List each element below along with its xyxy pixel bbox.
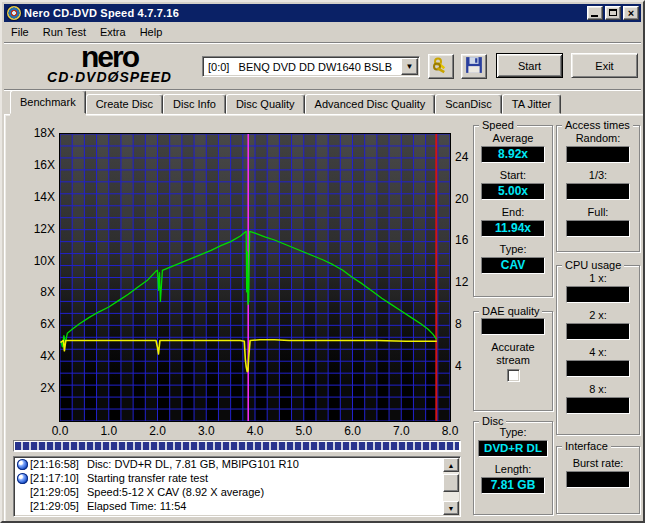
disc-type-label: Type: [474, 426, 552, 439]
menu-run-test[interactable]: Run Test [36, 24, 93, 40]
y-axis-left-label: 4X [21, 349, 55, 363]
tab-create-disc[interactable]: Create Disc [86, 94, 163, 114]
end-value: 11.94x [481, 220, 545, 237]
disc-type-value: DVD+R DL [478, 440, 548, 457]
scroll-up-icon[interactable]: ▲ [443, 458, 459, 472]
tab-scandisc[interactable]: ScanDisc [435, 94, 501, 114]
speed-group-title: Speed [479, 119, 517, 131]
accurate-stream-checkbox[interactable] [507, 369, 520, 382]
log-text: Starting transfer rate test [87, 472, 208, 484]
tab-ta-jitter[interactable]: TA Jitter [502, 94, 562, 114]
scrollbar-thumb[interactable] [443, 474, 459, 492]
disc-info-icon [17, 473, 28, 484]
maximize-button[interactable] [605, 6, 621, 20]
speed-chart [59, 133, 451, 422]
cpu-usage-group-title: CPU usage [562, 259, 624, 271]
options-keys-button[interactable] [428, 54, 454, 79]
log-row[interactable]: [21:16:58] Disc: DVD+R DL, 7.81 GB, MBIP… [14, 457, 460, 471]
average-label: Average [474, 132, 552, 145]
y-axis-left-label: 14X [21, 190, 55, 204]
menu-file[interactable]: File [4, 24, 36, 40]
log-time: [21:29:05] [30, 500, 79, 512]
log-list: [21:16:58] Disc: DVD+R DL, 7.81 GB, MBIP… [13, 456, 461, 517]
log-row[interactable]: [21:29:05] Elapsed Time: 11:54 [14, 499, 460, 513]
benchmark-page: 18X16X14X12X10X8X6X4X2X 2420161284 0.01.… [4, 114, 645, 523]
x-axis-label: 2.0 [143, 424, 173, 438]
one-third-label: 1/3: [557, 169, 639, 182]
app-icon[interactable] [7, 6, 21, 20]
y-axis-left-label: 18X [21, 126, 55, 140]
cpu-1x-label: 1 x: [557, 272, 639, 285]
access-times-group: Access times Random: 1/3: Full: [556, 125, 640, 252]
menu-bar: File Run Test Extra Help [4, 23, 641, 41]
disc-group-title: Disc [479, 415, 506, 427]
burst-rate-label: Burst rate: [557, 457, 639, 470]
app-window: Nero CD-DVD Speed 4.7.7.16 × File Run Te… [0, 0, 645, 523]
cpu-1x-value [566, 286, 630, 303]
cpu-8x-label: 8 x: [557, 383, 639, 396]
toolbar: nero CD·DVDØSPEED [0:0] BENQ DVD DD DW16… [4, 44, 641, 88]
access-times-group-title: Access times [562, 119, 633, 131]
log-text: Disc: DVD+R DL, 7.81 GB, MBIPG101 R10 [87, 458, 299, 470]
start-label: Start: [474, 169, 552, 182]
dae-quality-group-title: DAE quality [479, 305, 542, 317]
window-title: Nero CD-DVD Speed 4.7.7.16 [24, 7, 587, 19]
x-axis-label: 1.0 [94, 424, 124, 438]
progress-bar-fill [15, 442, 459, 450]
menu-extra[interactable]: Extra [93, 24, 133, 40]
full-label: Full: [557, 206, 639, 219]
log-row[interactable]: [21:17:10] Starting transfer rate test [14, 471, 460, 485]
x-axis-label: 6.0 [338, 424, 368, 438]
title-bar: Nero CD-DVD Speed 4.7.7.16 × [4, 4, 641, 22]
cpu-4x-label: 4 x: [557, 346, 639, 359]
x-axis-label: 3.0 [191, 424, 221, 438]
burst-rate-value [566, 471, 630, 488]
accurate-stream-label: Accurate [474, 341, 552, 354]
one-third-value [566, 183, 630, 200]
start-button[interactable]: Start [496, 53, 563, 78]
close-button[interactable]: × [623, 6, 639, 20]
type-label: Type: [474, 243, 552, 256]
x-axis-label: 0.0 [45, 424, 75, 438]
scroll-down-icon[interactable]: ▼ [443, 501, 459, 515]
full-value [566, 220, 630, 237]
start-value: 5.00x [481, 183, 545, 200]
chevron-down-icon[interactable]: ▼ [401, 58, 418, 75]
x-axis-label: 5.0 [289, 424, 319, 438]
disc-length-value: 7.81 GB [481, 477, 545, 494]
disc-group: Disc Type: DVD+R DL Length: 7.81 GB [473, 421, 553, 515]
average-value: 8.92x [481, 146, 545, 163]
tab-disc-quality[interactable]: Disc Quality [226, 94, 305, 114]
save-floppy-icon [465, 56, 483, 74]
interface-group-title: Interface [562, 440, 611, 452]
log-row[interactable]: [21:29:05] Speed:5-12 X CAV (8.92 X aver… [14, 485, 460, 499]
minimize-icon [591, 15, 598, 17]
disc-length-label: Length: [474, 463, 552, 476]
menu-help[interactable]: Help [133, 24, 170, 40]
y-axis-left-label: 12X [21, 222, 55, 236]
save-button[interactable] [461, 54, 487, 79]
x-axis-label: 4.0 [240, 424, 270, 438]
minimize-button[interactable] [587, 6, 603, 20]
tab-strip: Benchmark Create Disc Disc Info Disc Qua… [4, 90, 641, 114]
tab-advanced-disc-quality[interactable]: Advanced Disc Quality [305, 94, 436, 114]
chart-plot-area [60, 134, 450, 421]
y-axis-left-label: 16X [21, 158, 55, 172]
log-text: Elapsed Time: 11:54 [87, 500, 186, 512]
cpu-2x-label: 2 x: [557, 309, 639, 322]
log-scrollbar[interactable]: ▲ ▼ [443, 458, 459, 515]
dae-quality-group: DAE quality Accurate stream [473, 311, 553, 411]
tab-benchmark[interactable]: Benchmark [10, 90, 86, 114]
cpu-4x-value [566, 360, 630, 377]
log-time: [21:29:05] [30, 486, 79, 498]
y-axis-left-label: 2X [21, 381, 55, 395]
exit-button[interactable]: Exit [571, 53, 638, 78]
x-axis-label: 8.0 [435, 424, 465, 438]
drive-select[interactable]: [0:0] BENQ DVD DD DW1640 BSLB ▼ [202, 56, 420, 77]
maximize-icon [609, 9, 617, 16]
end-label: End: [474, 206, 552, 219]
random-value [566, 146, 630, 163]
cpu-usage-group: CPU usage 1 x: 2 x: 4 x: 8 x: [556, 265, 640, 435]
cdvdspeed-logo-text: CD·DVDØSPEED [22, 70, 197, 84]
tab-disc-info[interactable]: Disc Info [163, 94, 226, 114]
